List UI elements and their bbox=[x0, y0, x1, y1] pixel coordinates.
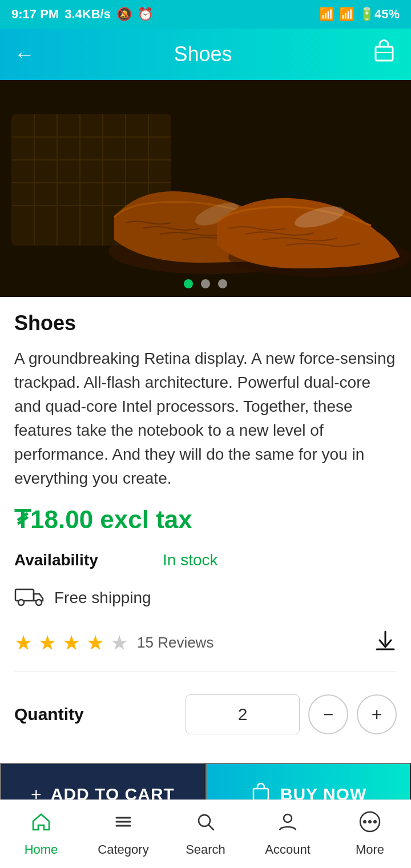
cart-icon[interactable] bbox=[371, 39, 397, 70]
availability-row: Availability In stock bbox=[14, 551, 397, 569]
nav-item-home[interactable]: Home bbox=[0, 811, 82, 857]
search-nav-icon bbox=[195, 811, 216, 838]
shipping-truck-icon bbox=[14, 584, 46, 612]
nav-category-label: Category bbox=[98, 842, 148, 857]
nav-account-label: Account bbox=[265, 842, 311, 857]
svg-rect-0 bbox=[376, 47, 393, 61]
status-right: 📶 📶 🔋45% bbox=[319, 7, 400, 22]
product-description: A groundbreaking Retina display. A new f… bbox=[14, 347, 397, 491]
product-image-container bbox=[0, 80, 411, 297]
svg-point-30 bbox=[368, 820, 372, 823]
image-dots bbox=[184, 279, 227, 288]
star-5: ★ bbox=[110, 631, 128, 655]
status-network: 3.4KB/s bbox=[65, 7, 111, 22]
nav-item-more[interactable]: More bbox=[329, 811, 411, 857]
svg-line-27 bbox=[208, 825, 213, 830]
svg-point-29 bbox=[363, 820, 366, 823]
status-bar: 9:17 PM 3.4KB/s 🔕 ⏰ 📶 📶 🔋45% bbox=[0, 0, 411, 29]
product-image bbox=[0, 80, 411, 297]
dot-3[interactable] bbox=[218, 279, 227, 288]
svg-point-28 bbox=[284, 814, 292, 822]
header: ← Shoes bbox=[0, 29, 411, 80]
account-icon bbox=[277, 811, 299, 838]
svg-point-20 bbox=[36, 600, 42, 605]
nav-item-account[interactable]: Account bbox=[247, 811, 329, 857]
star-4: ★ bbox=[86, 631, 104, 655]
svg-point-31 bbox=[373, 820, 377, 823]
shipping-text: Free shipping bbox=[54, 589, 151, 607]
status-mute-icon: 🔕 bbox=[116, 7, 132, 22]
reviews-count: 15 Reviews bbox=[137, 634, 213, 652]
availability-value: In stock bbox=[163, 551, 217, 569]
nav-item-category[interactable]: Category bbox=[82, 811, 164, 857]
product-content: Shoes A groundbreaking Retina display. A… bbox=[0, 297, 411, 763]
svg-rect-18 bbox=[15, 589, 34, 601]
more-icon bbox=[359, 811, 381, 838]
status-alarm-icon: ⏰ bbox=[138, 7, 153, 22]
stars-container: ★ ★ ★ ★ ★ 15 Reviews bbox=[14, 631, 213, 655]
svg-point-19 bbox=[18, 600, 24, 605]
status-left: 9:17 PM 3.4KB/s 🔕 ⏰ bbox=[11, 7, 153, 22]
quantity-label: Quantity bbox=[14, 705, 186, 724]
product-title: Shoes bbox=[14, 311, 397, 335]
status-time: 9:17 PM bbox=[11, 7, 59, 22]
back-button[interactable]: ← bbox=[14, 42, 35, 66]
home-icon bbox=[30, 811, 52, 838]
download-icon[interactable] bbox=[374, 629, 397, 657]
nav-item-search[interactable]: Search bbox=[164, 811, 247, 857]
page-title: Shoes bbox=[174, 42, 232, 66]
bottom-navigation: Home Category Search Account bbox=[0, 799, 411, 868]
availability-label: Availability bbox=[14, 551, 163, 569]
dot-1[interactable] bbox=[184, 279, 193, 288]
quantity-controls: 2 − + bbox=[186, 694, 397, 734]
dot-2[interactable] bbox=[201, 279, 210, 288]
category-icon bbox=[112, 811, 134, 838]
quantity-increase-button[interactable]: + bbox=[357, 694, 397, 734]
wifi-icon: 📶 bbox=[319, 7, 335, 22]
quantity-decrease-button[interactable]: − bbox=[308, 694, 348, 734]
quantity-input[interactable]: 2 bbox=[186, 694, 300, 734]
product-price: ₮18.00 excl tax bbox=[14, 505, 397, 534]
battery-icon: 🔋45% bbox=[359, 7, 400, 22]
nav-home-label: Home bbox=[25, 842, 58, 857]
nav-more-label: More bbox=[356, 842, 384, 857]
nav-search-label: Search bbox=[186, 842, 225, 857]
reviews-row: ★ ★ ★ ★ ★ 15 Reviews bbox=[14, 629, 397, 672]
signal-icon: 📶 bbox=[339, 7, 354, 22]
shoe-illustration bbox=[0, 80, 411, 297]
star-2: ★ bbox=[38, 631, 57, 655]
star-1: ★ bbox=[14, 631, 33, 655]
quantity-row: Quantity 2 − + bbox=[14, 683, 397, 752]
shipping-row: Free shipping bbox=[14, 584, 397, 612]
svg-rect-22 bbox=[253, 789, 268, 800]
star-3: ★ bbox=[62, 631, 80, 655]
